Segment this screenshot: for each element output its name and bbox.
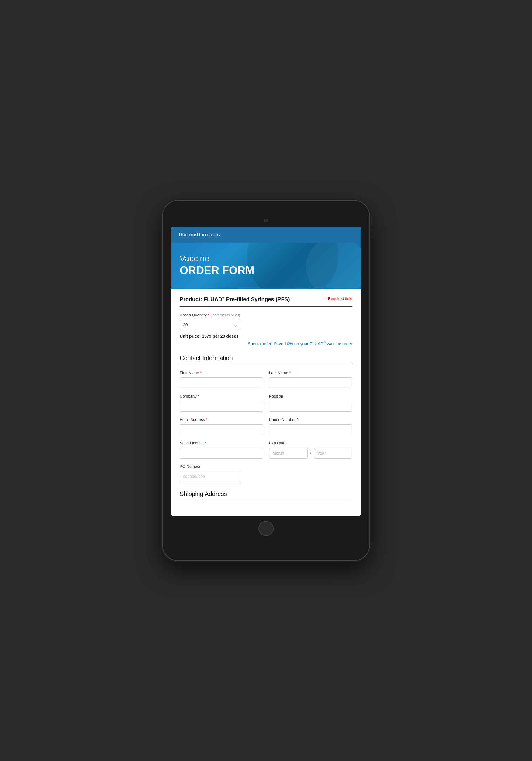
company-row: Company * Position (180, 394, 352, 412)
state-license-required: * (205, 441, 206, 445)
contact-section-heading: Contact Information (180, 355, 352, 364)
company-required: * (198, 394, 199, 398)
first-name-label: First Name * (180, 371, 263, 375)
product-title-text: Product: FLUAD (180, 296, 222, 302)
first-name-required: * (200, 371, 202, 375)
brand-name: DoctorDirectory (178, 232, 221, 237)
last-name-label: Last Name * (269, 371, 352, 375)
exp-month-input[interactable] (269, 448, 308, 459)
doses-quantity-wrapper[interactable]: 20 40 60 80 100 ⌄ (180, 320, 240, 330)
state-license-label: State License * (180, 441, 263, 445)
exp-date-label: Exp Date (269, 441, 352, 445)
first-name-input[interactable] (180, 378, 263, 388)
email-required: * (206, 417, 207, 422)
exp-date-col: Exp Date / (269, 441, 352, 459)
last-name-col: Last Name * (269, 371, 352, 388)
license-expdate-row: State License * Exp Date / (180, 441, 352, 459)
company-input[interactable] (180, 401, 263, 412)
position-label: Position (269, 394, 352, 398)
hero-subtitle: Vaccine (180, 254, 352, 264)
special-offer-text: Special offer! Save 10% on your FLUAD (248, 341, 324, 346)
po-number-label: PO Number (180, 464, 240, 469)
brand-bar: DoctorDirectory (171, 227, 361, 243)
special-offer: Special offer! Save 10% on your FLUAD® v… (180, 341, 352, 346)
last-name-input[interactable] (269, 378, 352, 388)
email-label: Email Address * (180, 417, 263, 422)
doses-label-text: Doses Quantity (180, 313, 207, 317)
phone-input[interactable] (269, 424, 352, 435)
position-label-text: Position (269, 394, 283, 398)
doses-quantity-select[interactable]: 20 40 60 80 100 (180, 320, 240, 330)
date-slash: / (310, 450, 312, 456)
tablet-home-button[interactable] (259, 521, 273, 536)
first-name-col: First Name * (180, 371, 263, 388)
product-title: Product: FLUAD® Pre-filled Syringes (PFS… (180, 296, 290, 303)
hero-banner: Vaccine ORDER FORM (171, 243, 361, 289)
shipping-section-heading: Shipping Address (180, 491, 352, 500)
position-col: Position (269, 394, 352, 412)
phone-required: * (297, 417, 298, 422)
special-offer-suffix: vaccine order (325, 341, 352, 346)
tablet-frame: DoctorDirectory Vaccine ORDER FORM Produ… (163, 201, 369, 560)
company-col: Company * (180, 394, 263, 412)
po-number-row: PO Number (180, 464, 352, 482)
doses-hint: (Increments of 20) (210, 313, 240, 317)
doses-quantity-label: Doses Quantity * (Increments of 20) (180, 313, 352, 317)
email-col: Email Address * (180, 417, 263, 435)
state-license-col: State License * (180, 441, 263, 459)
po-number-col: PO Number (180, 464, 240, 482)
last-name-label-text: Last Name (269, 371, 288, 375)
product-title-suffix: Pre-filled Syringes (PFS) (224, 296, 290, 302)
company-label: Company * (180, 394, 263, 398)
doses-required-star: * (208, 313, 209, 317)
hero-title: ORDER FORM (180, 264, 352, 277)
phone-label: Phone Number * (269, 417, 352, 422)
name-row: First Name * Last Name * (180, 371, 352, 388)
first-name-label-text: First Name (180, 371, 199, 375)
position-input[interactable] (269, 401, 352, 412)
po-number-input[interactable] (180, 471, 240, 482)
tablet-camera (264, 219, 268, 222)
email-label-text: Email Address (180, 417, 205, 422)
tablet-screen: DoctorDirectory Vaccine ORDER FORM Produ… (171, 227, 361, 516)
product-header: Product: FLUAD® Pre-filled Syringes (PFS… (180, 296, 352, 307)
phone-col: Phone Number * (269, 417, 352, 435)
last-name-required: * (289, 371, 291, 375)
email-input[interactable] (180, 424, 263, 435)
required-notice: * Required field (325, 296, 352, 301)
state-license-input[interactable] (180, 448, 263, 459)
exp-date-row: / (269, 448, 352, 459)
exp-year-input[interactable] (314, 448, 353, 459)
unit-price: Unit price: $579 per 20 doses (180, 334, 352, 338)
company-label-text: Company (180, 394, 197, 398)
form-area: Product: FLUAD® Pre-filled Syringes (PFS… (171, 289, 361, 516)
state-license-label-text: State License (180, 441, 204, 445)
email-phone-row: Email Address * Phone Number * (180, 417, 352, 435)
phone-label-text: Phone Number (269, 417, 295, 422)
